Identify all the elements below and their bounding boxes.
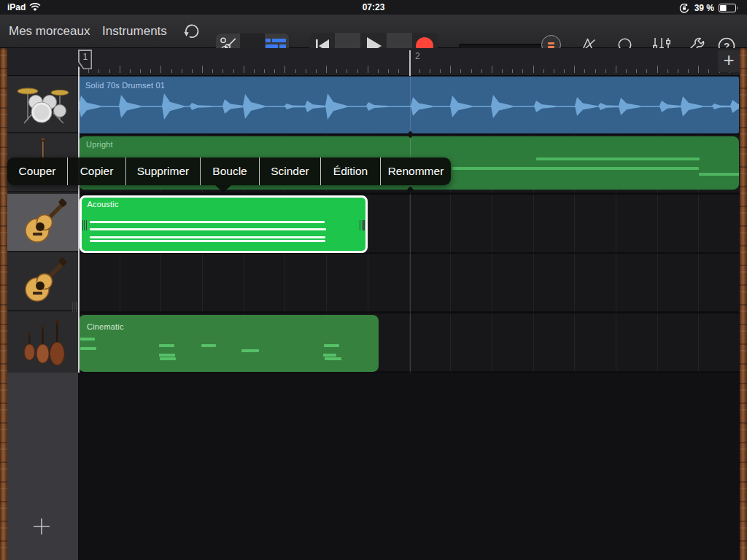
strings-section-icon (15, 316, 71, 368)
midi-note (160, 357, 176, 360)
region-drums-audio[interactable]: Solid 70s Drumset 01 (79, 77, 739, 133)
audio-waveform (79, 77, 739, 133)
midi-note (90, 236, 325, 238)
measure-2-label: 2 (415, 51, 420, 61)
clock: 07:23 (0, 2, 747, 12)
region-label: Cinematic (87, 322, 124, 331)
toolbar: Mes morceaux Instruments (0, 15, 747, 48)
status-right: 39 % (678, 2, 738, 14)
add-track-button[interactable] (32, 517, 51, 536)
acoustic-guitar-icon (15, 255, 71, 308)
midi-note (80, 347, 96, 350)
wood-rail-right (740, 48, 747, 560)
region-label: Upright (86, 140, 113, 149)
midi-note (241, 349, 259, 352)
menu-item-cut[interactable]: Couper (7, 158, 67, 185)
menu-item-edit[interactable]: Édition (321, 158, 380, 185)
tracks-timeline-area[interactable]: Solid 70s Drumset 01 Upright Acoustic Ci… (78, 76, 740, 373)
track-header-acoustic-guitar-selected[interactable] (7, 194, 78, 252)
midi-note (159, 354, 175, 357)
status-bar: iPad 07:23 39 % (0, 0, 747, 15)
timeline-ruler[interactable]: 1 2 + (7, 48, 740, 76)
region-label: Acoustic (88, 200, 119, 209)
midi-note (80, 338, 95, 341)
menu-item-rename[interactable]: Renommer (381, 158, 451, 185)
region-trim-handle-right[interactable] (360, 220, 365, 230)
midi-note (325, 357, 341, 360)
menu-item-loop[interactable]: Boucle (201, 158, 259, 185)
region-cinematic-midi[interactable]: Cinematic (79, 315, 379, 372)
midi-note (90, 228, 326, 230)
song-start-line (78, 67, 80, 373)
playhead-line (410, 76, 411, 373)
menu-item-split[interactable]: Scinder (260, 158, 320, 185)
tracks-empty-area (78, 373, 740, 560)
midi-note (90, 221, 325, 223)
region-acoustic-selected[interactable]: Acoustic (80, 195, 368, 253)
battery-icon (719, 4, 738, 12)
menu-item-delete[interactable]: Supprimer (126, 158, 200, 185)
track-header-acoustic-guitar-2[interactable] (7, 254, 78, 311)
midi-note (90, 240, 325, 242)
undo-button[interactable] (182, 21, 202, 42)
my-songs-button[interactable]: Mes morceaux (9, 15, 90, 48)
garageband-tracks-view: iPad 07:23 39 % Mes morceaux (0, 0, 747, 560)
midi-note (323, 354, 336, 357)
playhead[interactable] (409, 50, 411, 76)
midi-note (324, 344, 339, 347)
track-header-column (7, 76, 78, 373)
region-context-menu: Couper Copier Supprimer Boucle Scinder É… (7, 158, 451, 185)
midi-note (452, 167, 699, 170)
undo-icon (182, 21, 202, 42)
midi-note (536, 158, 700, 160)
midi-note (699, 173, 739, 176)
add-section-button[interactable]: + (718, 50, 740, 72)
acoustic-guitar-icon (15, 196, 71, 249)
drum-kit-icon (15, 78, 71, 129)
region-trim-handle-left[interactable] (82, 220, 88, 230)
track-header-drums[interactable] (7, 76, 78, 133)
region-label: Solid 70s Drumset 01 (85, 81, 165, 90)
plus-icon (32, 517, 51, 536)
midi-note (159, 344, 174, 347)
context-menu-tail (215, 185, 231, 192)
menu-item-copy[interactable]: Copier (68, 158, 125, 185)
midi-note (201, 344, 216, 347)
rotation-lock-icon (678, 2, 690, 14)
measure-1-marker: 1 (78, 50, 92, 69)
header-resize-grip[interactable] (72, 302, 77, 312)
knob-grip (548, 42, 554, 44)
instruments-button[interactable]: Instruments (102, 15, 167, 48)
wood-rail-left (0, 48, 7, 560)
battery-percent: 39 % (694, 3, 714, 13)
track-header-strings[interactable] (7, 313, 78, 370)
